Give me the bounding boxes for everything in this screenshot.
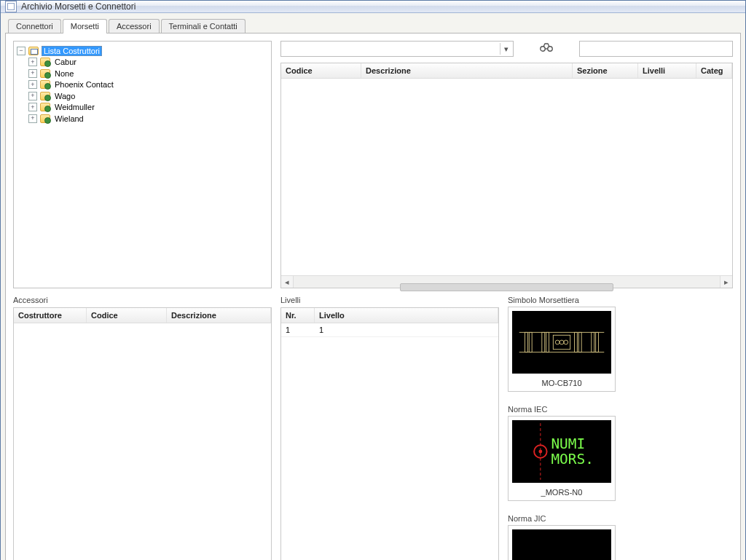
col-codice[interactable]: Codice	[281, 63, 361, 78]
preview-iec-image: NUMI MORS.	[512, 420, 611, 483]
col-sezione[interactable]: Sezione	[573, 63, 638, 78]
svg-rect-9	[553, 335, 570, 349]
svg-rect-16	[596, 332, 599, 352]
svg-point-10	[555, 340, 560, 344]
preview-jic-title: Norma JIC	[508, 514, 616, 523]
tab-connettori[interactable]: Connettori	[8, 19, 61, 33]
tree-item-wieland[interactable]: Wieland	[53, 114, 85, 123]
folder-icon	[40, 58, 50, 66]
folder-icon	[40, 114, 50, 123]
grid-header: Codice Descrizione Sezione Livelli Categ	[281, 63, 732, 79]
tree-manufacturers[interactable]: − Lista Costruttori +Cabur +None +Phoeni…	[13, 41, 272, 288]
panel-livelli: Livelli Nr. Livello 1 1	[280, 296, 499, 560]
folder-icon	[40, 69, 50, 78]
svg-point-11	[560, 340, 564, 344]
lower-row: Accessori Costruttore Codice Descrizione…	[13, 296, 733, 560]
folder-icon	[40, 92, 50, 100]
tab-terminali[interactable]: Terminali e Contatti	[161, 19, 246, 33]
table-row[interactable]: 1 1	[281, 323, 498, 337]
col-categoria[interactable]: Categ	[696, 63, 732, 78]
svg-point-1	[548, 47, 552, 51]
preview-iec-caption: _MORS-N0	[509, 486, 615, 500]
filter-toolbar: ▾	[280, 41, 733, 57]
main-grid[interactable]: Codice Descrizione Sezione Livelli Categ…	[280, 63, 733, 288]
svg-rect-6	[529, 332, 532, 352]
preview-simbolo-title: Simbolo Morsettiera	[508, 296, 616, 304]
preview-iec-title: Norma IEC	[508, 405, 616, 414]
tree-item-cabur[interactable]: Cabur	[53, 58, 78, 66]
livelli-title: Livelli	[280, 296, 499, 304]
filter-combo[interactable]: ▾	[280, 41, 514, 57]
grid-body	[281, 79, 732, 275]
scroll-right-icon[interactable]: ▸	[720, 276, 732, 288]
tree-expand-icon[interactable]: +	[28, 58, 37, 66]
acc-col-codice[interactable]: Codice	[87, 308, 167, 323]
tree-item-phoenix[interactable]: Phoenix Contact	[53, 80, 115, 89]
tree-item-wago[interactable]: Wago	[53, 92, 76, 100]
tab-accessori[interactable]: Accessori	[109, 19, 160, 33]
preview-simbolo: Simbolo Morsettiera	[508, 296, 616, 392]
tree-expand-icon[interactable]: +	[28, 103, 37, 111]
folder-icon	[40, 103, 50, 111]
preview-norma-iec: Norma IEC NUMI MORS.	[508, 405, 616, 501]
tree-collapse-icon[interactable]: −	[17, 47, 25, 55]
tree-item-none[interactable]: None	[53, 69, 75, 78]
folder-icon	[40, 80, 50, 89]
svg-rect-14	[578, 332, 581, 352]
panel-accessori: Accessori Costruttore Codice Descrizione	[13, 296, 272, 560]
tree-expand-icon[interactable]: +	[28, 80, 37, 89]
tree-expand-icon[interactable]: +	[28, 92, 37, 100]
svg-point-12	[564, 340, 568, 344]
folder-icon	[28, 47, 39, 55]
livelli-grid[interactable]: Nr. Livello 1 1	[280, 307, 499, 560]
svg-point-0	[541, 47, 545, 51]
accessori-grid[interactable]: Costruttore Codice Descrizione	[13, 307, 272, 560]
svg-rect-13	[574, 332, 577, 352]
iec-text-1: NUMI	[551, 435, 585, 452]
col-livelli[interactable]: Livelli	[638, 63, 696, 78]
liv-col-livello[interactable]: Livello	[315, 308, 498, 323]
acc-col-descrizione[interactable]: Descrizione	[167, 308, 271, 323]
svg-rect-5	[525, 332, 527, 352]
previews-area: Simbolo Morsettiera	[508, 296, 733, 560]
livelli-body: 1 1	[281, 323, 498, 560]
window-title: Archivio Morsetti e Connettori	[21, 1, 136, 12]
tab-page-morsetti: − Lista Costruttori +Cabur +None +Phoeni…	[5, 33, 741, 560]
preview-norma-jic: Norma JIC	[508, 514, 616, 560]
right-upper: ▾ Codice Descrizione Sezione Livelli	[280, 41, 733, 288]
tree-root-label[interactable]: Lista Costruttori	[42, 46, 102, 56]
grid-hscrollbar[interactable]: ◂ ▸	[281, 275, 732, 288]
tree-item-weidmuller[interactable]: Weidmuller	[53, 103, 96, 111]
svg-rect-7	[542, 332, 545, 352]
scroll-left-icon[interactable]: ◂	[281, 276, 294, 288]
tree-expand-icon[interactable]: +	[28, 114, 37, 123]
preview-simbolo-image	[512, 311, 611, 374]
binoculars-icon[interactable]	[540, 42, 553, 55]
liv-cell-nr: 1	[281, 323, 315, 336]
iec-text-2: MORS.	[551, 451, 593, 468]
main-window: Archivio Morsetti e Connettori Connettor…	[0, 0, 746, 560]
app-icon	[5, 1, 17, 12]
acc-col-costruttore[interactable]: Costruttore	[14, 308, 87, 323]
upper-row: − Lista Costruttori +Cabur +None +Phoeni…	[13, 41, 733, 288]
tabstrip: Connettori Morsetti Accessori Terminali …	[5, 17, 741, 33]
search-input[interactable]	[579, 41, 733, 57]
svg-rect-15	[592, 332, 594, 352]
titlebar: Archivio Morsetti e Connettori	[1, 1, 745, 13]
accessori-title: Accessori	[13, 296, 272, 304]
tree-expand-icon[interactable]: +	[28, 69, 37, 78]
liv-col-nr[interactable]: Nr.	[281, 308, 315, 323]
content-area: Connettori Morsetti Accessori Terminali …	[1, 13, 745, 560]
preview-jic-image	[512, 529, 611, 560]
chevron-down-icon: ▾	[500, 43, 511, 55]
col-descrizione[interactable]: Descrizione	[361, 63, 573, 78]
accessori-body	[14, 323, 271, 560]
tab-morsetti[interactable]: Morsetti	[63, 19, 107, 33]
svg-rect-8	[546, 332, 549, 352]
preview-simbolo-caption: MO-CB710	[509, 377, 615, 391]
scroll-thumb[interactable]	[400, 283, 613, 291]
svg-point-19	[538, 450, 542, 454]
liv-cell-livello: 1	[315, 323, 498, 336]
